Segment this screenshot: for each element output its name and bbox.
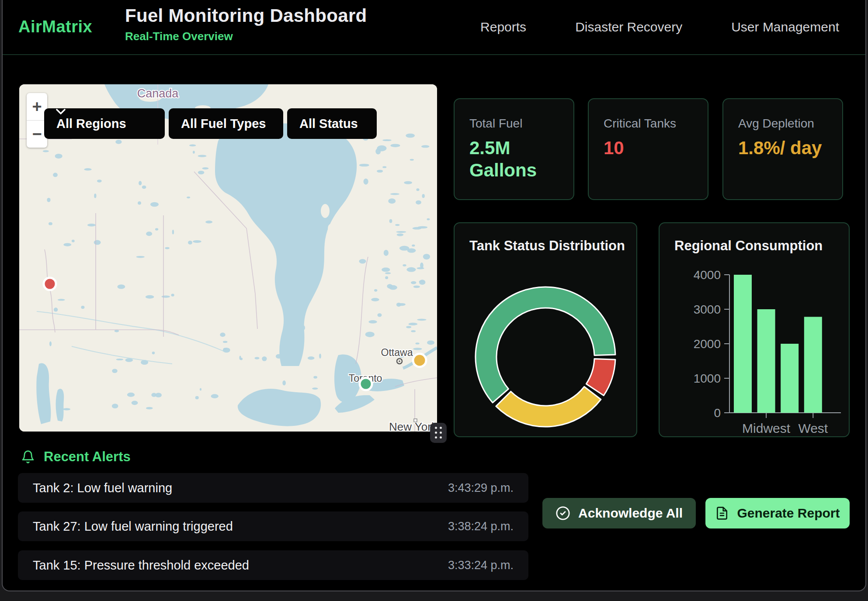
header: AirMatrix Fuel Monitoring Dashboard Real… [3,0,865,55]
map-island [321,204,330,218]
map-label-canada: Canada [137,87,179,100]
alert-row: Tank 15: Pressure threshold exceeded 3:3… [18,550,528,580]
alerts-title: Recent Alerts [44,449,131,465]
app-logo: AirMatrix [18,17,92,36]
svg-text:2000: 2000 [694,337,721,351]
ottawa-town-dot [399,360,400,362]
regional-consumption-bar-chart: 01000200030004000MidwestWest [660,223,851,438]
svg-text:Midwest: Midwest [742,421,791,435]
fuel-type-filter-value: All Fuel Types [181,117,266,131]
fuel-type-filter-dropdown[interactable]: All Fuel Types [169,108,283,139]
chevron-down-icon [56,108,66,115]
svg-text:1000: 1000 [694,372,721,385]
page-title: Fuel Monitoring Dashboard [125,5,367,26]
stat-label: Total Fuel [469,117,559,131]
tank-status-card: Tank Status Distribution [454,222,637,437]
map-filters: All Regions All Fuel Types All Status [44,108,377,139]
map-lake [56,389,64,421]
alert-message: Tank 15: Pressure threshold exceeded [33,558,249,573]
stat-label: Avg Depletion [738,117,827,131]
svg-text:West: West [798,421,828,435]
nav-item-disaster-recovery[interactable]: Disaster Recovery [575,20,682,35]
app-window: AirMatrix Fuel Monitoring Dashboard Real… [2,0,866,591]
generate-report-button[interactable]: Generate Report [705,498,850,528]
file-text-icon [715,506,729,521]
map-marker-yellow[interactable] [413,354,426,367]
stat-card-total-fuel: Total Fuel 2.5M Gallons [454,98,574,200]
svg-text:4000: 4000 [694,268,721,282]
alert-time: 3:38:24 p.m. [448,520,514,533]
regional-consumption-card: Regional Consumption 01000200030004000Mi… [659,222,850,437]
main-nav: Reports Disaster Recovery User Managemen… [480,0,839,54]
alert-row: Tank 27: Low fuel warning triggered 3:38… [18,511,528,541]
title-block: Fuel Monitoring Dashboard Real-Time Over… [125,5,367,43]
map-marker-red[interactable] [44,278,56,290]
tank-status-donut-chart [455,223,638,438]
status-filter-value: All Status [299,117,358,131]
stat-value: 1.8%/ day [738,137,827,159]
acknowledge-all-label: Acknowledge All [578,506,683,521]
alerts-header: Recent Alerts [21,449,131,465]
window-bottom-edge [0,591,868,601]
alert-message: Tank 2: Low fuel warning [33,481,172,495]
stat-value: 10 [604,137,693,159]
stat-card-critical-tanks: Critical Tanks 10 [588,98,708,200]
regional-consumption-chart-title: Regional Consumption [674,238,823,254]
map[interactable]: Canada Ottawa Toronto New York + − All R… [19,84,437,432]
stat-value: 2.5M Gallons [469,137,559,181]
acknowledge-all-button[interactable]: Acknowledge All [542,498,696,528]
stat-label: Critical Tanks [604,117,693,131]
generate-report-label: Generate Report [737,506,840,521]
map-label-ottawa: Ottawa [381,347,413,358]
stat-card-avg-depletion: Avg Depletion 1.8%/ day [722,98,843,200]
svg-text:0: 0 [714,406,721,420]
nav-item-reports[interactable]: Reports [480,20,526,35]
new-york-town-icon [414,419,417,422]
map-island [328,224,333,233]
map-resize-handle[interactable] [430,423,447,443]
svg-text:3000: 3000 [694,303,721,316]
fuel-monitoring-dashboard: { "header": { "logo": "AirMatrix", "titl… [0,0,868,601]
alert-message: Tank 27: Low fuel warning triggered [33,519,233,534]
alert-row: Tank 2: Low fuel warning 3:43:29 p.m. [18,473,528,503]
map-marker-green[interactable] [360,378,372,390]
status-filter-dropdown[interactable]: All Status [287,108,377,139]
alert-time: 3:43:29 p.m. [448,481,514,495]
check-circle-icon [556,506,570,521]
nav-item-user-management[interactable]: User Management [731,20,839,35]
page-subtitle: Real-Time Overview [125,30,367,43]
bell-icon [21,449,35,464]
region-filter-value: All Regions [56,117,126,131]
tank-status-chart-title: Tank Status Distribution [469,238,625,254]
alert-time: 3:33:24 p.m. [448,559,514,572]
